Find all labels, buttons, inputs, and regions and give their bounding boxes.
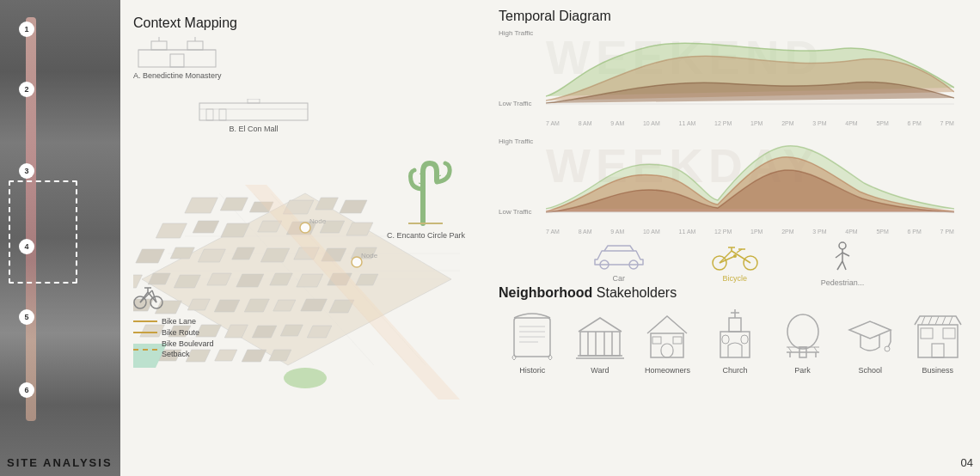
homeowners-icon bbox=[642, 308, 692, 361]
svg-rect-36 bbox=[136, 249, 164, 263]
stakeholder-ward: Ward bbox=[567, 308, 634, 375]
weekend-high-label: High Traffic bbox=[499, 29, 533, 37]
legend-bike-route-line bbox=[133, 332, 157, 333]
svg-rect-29 bbox=[156, 223, 187, 238]
legend-bike-lane-label: Bike Lane bbox=[162, 317, 196, 326]
svg-rect-128 bbox=[741, 335, 748, 344]
transport-car: Car bbox=[589, 241, 649, 287]
school-icon bbox=[845, 308, 895, 361]
svg-rect-121 bbox=[652, 337, 661, 344]
pedestrian-label: Pedestrian... bbox=[821, 278, 865, 287]
stakeholders-title-rest: Stakeholders bbox=[592, 285, 677, 300]
svg-line-142 bbox=[928, 316, 932, 325]
historic-label: Historic bbox=[519, 366, 545, 375]
svg-point-101 bbox=[839, 242, 846, 249]
site-analysis-label: SITE ANALYSIS bbox=[7, 456, 113, 469]
svg-rect-24 bbox=[220, 198, 248, 211]
car-label: Car bbox=[612, 274, 625, 283]
svg-rect-27 bbox=[315, 198, 339, 210]
stakeholder-historic: Historic bbox=[499, 308, 567, 375]
context-mapping-title: Context Mapping bbox=[133, 15, 237, 31]
map-number-4: 4 bbox=[19, 239, 34, 254]
weekend-time-axis: 7 AM8 AM9 AM 10 AM11 AM12 PM 1PM2PM3 PM … bbox=[546, 120, 954, 126]
ward-icon bbox=[575, 308, 625, 361]
legend-bike-lane-line bbox=[133, 320, 157, 322]
legend-bike-route: Bike Route bbox=[133, 328, 230, 337]
stakeholder-park: Park bbox=[769, 308, 836, 375]
church-icon bbox=[710, 308, 760, 361]
svg-rect-146 bbox=[932, 344, 944, 357]
svg-rect-5 bbox=[170, 54, 184, 67]
svg-rect-71 bbox=[242, 350, 266, 362]
svg-line-135 bbox=[814, 347, 818, 352]
legend-bike-lane: Bike Lane bbox=[133, 317, 230, 326]
svg-text:Node: Node bbox=[309, 217, 327, 225]
svg-rect-147 bbox=[921, 328, 933, 339]
weekday-time-axis: 7 AM8 AM9 AM 10 AM11 AM12 PM 1PM2PM3 PM … bbox=[546, 229, 954, 235]
transport-icons: Car Bicycle bbox=[499, 241, 954, 287]
business-icon bbox=[913, 308, 963, 361]
stakeholder-business: Business bbox=[903, 308, 971, 375]
map-background bbox=[0, 0, 120, 476]
svg-text:Node: Node bbox=[361, 252, 378, 259]
svg-point-73 bbox=[284, 368, 327, 388]
transport-pedestrian: Pedestrian... bbox=[821, 241, 865, 287]
school-label: School bbox=[858, 366, 882, 375]
stakeholder-church: Church bbox=[701, 308, 769, 375]
transport-bicycle: Bicycle bbox=[709, 241, 761, 287]
legend-bike-boulevard: Bike Boulevard Setback bbox=[133, 339, 230, 359]
business-label: Business bbox=[922, 366, 953, 375]
map-number-6: 6 bbox=[19, 382, 34, 398]
svg-line-145 bbox=[949, 316, 952, 325]
svg-rect-10 bbox=[219, 109, 226, 120]
svg-rect-28 bbox=[340, 200, 367, 213]
svg-line-106 bbox=[842, 261, 846, 270]
svg-point-129 bbox=[787, 314, 818, 349]
legend-bike-boulevard-line bbox=[133, 349, 157, 351]
legend-bike-boulevard-label: Bike Boulevard Setback bbox=[162, 339, 230, 359]
historic-icon bbox=[507, 308, 557, 361]
stakeholders-title-bold: Neighborhood bbox=[499, 285, 592, 300]
svg-rect-1 bbox=[151, 41, 167, 50]
svg-rect-0 bbox=[138, 50, 216, 67]
weekend-low-label: Low Traffic bbox=[499, 100, 532, 107]
svg-rect-30 bbox=[193, 221, 219, 233]
svg-line-104 bbox=[842, 253, 849, 256]
svg-point-100 bbox=[733, 254, 737, 258]
weekday-chart-svg bbox=[546, 136, 954, 213]
right-panel: Temporal Diagram High Traffic Low Traffi… bbox=[499, 9, 976, 473]
map-panel bbox=[0, 0, 120, 476]
monastery-icon bbox=[134, 33, 220, 71]
weekend-chart-svg bbox=[546, 27, 954, 105]
homeowners-label: Homeowners bbox=[645, 366, 690, 375]
map-dashed-region bbox=[9, 180, 77, 284]
temporal-diagram-title: Temporal Diagram bbox=[499, 9, 611, 24]
mall-icon bbox=[198, 99, 309, 125]
legend: Bike Lane Bike Route Bike Boulevard Setb… bbox=[133, 284, 230, 362]
park-label: Park bbox=[794, 366, 811, 375]
weekday-low-label: Low Traffic bbox=[499, 208, 532, 216]
svg-rect-124 bbox=[729, 318, 741, 332]
stakeholders-title: Neighborhood Stakeholders bbox=[499, 285, 677, 301]
svg-rect-2 bbox=[187, 41, 203, 50]
svg-rect-7 bbox=[199, 103, 308, 120]
church-label: Church bbox=[723, 366, 748, 375]
svg-rect-148 bbox=[943, 328, 955, 339]
svg-rect-122 bbox=[673, 337, 682, 344]
svg-line-141 bbox=[922, 316, 925, 325]
weekday-chart: High Traffic Low Traffic WEEKDAY 7 AM8 A… bbox=[499, 136, 954, 235]
svg-line-143 bbox=[935, 316, 939, 325]
svg-rect-112 bbox=[580, 332, 620, 356]
map-number-2: 2 bbox=[19, 82, 34, 97]
landmark-b-label: B. El Con Mall bbox=[229, 125, 278, 133]
bicycle-icon bbox=[709, 241, 761, 271]
stakeholder-school: School bbox=[836, 308, 904, 375]
svg-line-105 bbox=[837, 261, 842, 270]
svg-rect-9 bbox=[206, 109, 213, 120]
landmark-a: A. Benedictine Monastery bbox=[133, 33, 222, 80]
map-number-3: 3 bbox=[19, 163, 34, 179]
svg-point-139 bbox=[885, 346, 890, 351]
map-number-1: 1 bbox=[19, 21, 34, 37]
car-icon bbox=[589, 241, 649, 271]
landmark-a-label: A. Benedictine Monastery bbox=[133, 71, 222, 80]
